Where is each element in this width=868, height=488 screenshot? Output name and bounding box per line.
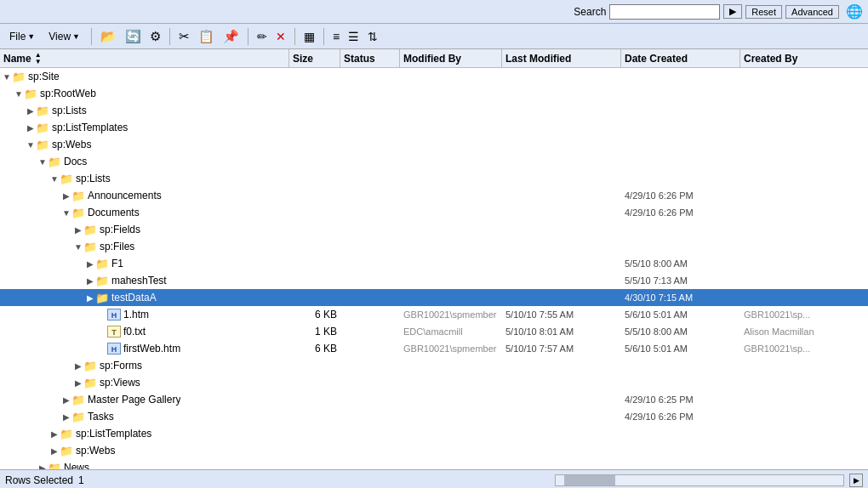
tree-toggle[interactable]: ▼ — [49, 174, 60, 184]
tree-toggle[interactable]: ▼ — [73, 242, 83, 252]
tree-toggle[interactable]: ▶ — [85, 276, 95, 286]
search-go-button[interactable]: ▶ — [723, 4, 742, 19]
tree-toggle[interactable]: ▶ — [73, 378, 83, 388]
col-header-datecreated[interactable]: Date Created — [621, 49, 740, 67]
tree-area: ▼ 📁 sp:Site ▼ 📁 sp:RootWeb ▶ 📁 sp:Lists — [0, 68, 868, 469]
settings-button[interactable]: ⚙ — [146, 26, 164, 47]
view-menu[interactable]: View ▼ — [43, 28, 86, 45]
tree-toggle[interactable]: ▼ — [26, 140, 36, 150]
delete-button[interactable]: ✕ — [272, 27, 289, 46]
tree-item-label: sp:Forms — [100, 360, 142, 372]
align-center-button[interactable]: ☰ — [345, 27, 363, 46]
tree-row[interactable]: T f0.txt 1 KB EDC\amacmill 5/10/10 8:01 … — [0, 323, 868, 340]
file-txt-icon: T — [107, 326, 121, 338]
tree-toggle[interactable]: ▶ — [37, 463, 48, 470]
tree-row[interactable]: ▶ 📁 F1 5/5/10 8:00 AM — [0, 255, 868, 272]
tree-row[interactable]: ▶ 📁 sp:Webs — [0, 442, 868, 459]
tree-toggle[interactable]: ▶ — [85, 293, 95, 303]
tree-cell-size: 6 KB — [289, 343, 340, 355]
align-left-button[interactable]: ≡ — [329, 27, 343, 46]
folder-icon: 📁 — [83, 224, 97, 236]
tree-toggle[interactable]: ▼ — [14, 89, 24, 99]
folder-icon: 📁 — [36, 105, 49, 117]
tree-item-label: sp:Webs — [76, 445, 115, 457]
folder-icon: 📁 — [71, 207, 85, 219]
col-header-lastmod[interactable]: Last Modified — [502, 49, 621, 67]
tree-cell-size: 6 KB — [289, 309, 340, 321]
tree-row[interactable]: ▶ 📁 sp:ListTemplates — [0, 119, 868, 136]
search-label: Search — [574, 6, 606, 18]
tree-row[interactable]: H 1.htm 6 KB GBR10021\spmember 5/10/10 7… — [0, 306, 868, 323]
search-reset-button[interactable]: Reset — [745, 5, 782, 19]
scroll-right-button[interactable]: ▶ — [849, 474, 863, 487]
tree-row[interactable]: ▶ 📁 sp:ListTemplates — [0, 425, 868, 442]
col-header-status[interactable]: Status — [340, 49, 400, 67]
tree-toggle[interactable]: ▶ — [26, 106, 36, 116]
grid-button[interactable]: ▦ — [300, 27, 318, 46]
tree-cell-datecreated: 4/29/10 6:26 PM — [621, 190, 740, 201]
tree-row[interactable]: ▶ 📁 sp:Forms — [0, 357, 868, 374]
name-sort-icon: ▲▼ — [35, 52, 42, 65]
tree-row[interactable]: ▼ 📁 Docs — [0, 153, 868, 170]
tree-item-label: Master Page Gallery — [88, 394, 180, 406]
open-button[interactable]: 📂 — [97, 26, 120, 47]
tree-row[interactable]: ▼ 📁 sp:Site — [0, 68, 868, 85]
col-header-modby[interactable]: Modified By — [400, 49, 502, 67]
tree-toggle[interactable]: ▶ — [73, 361, 83, 371]
search-input[interactable] — [609, 4, 720, 20]
tree-cell-lastmod: 5/10/10 7:57 AM — [502, 343, 621, 354]
tree-toggle[interactable]: ▼ — [61, 208, 71, 218]
sort-button[interactable]: ⇅ — [364, 27, 381, 46]
tree-toggle[interactable]: ▶ — [61, 412, 71, 422]
tree-row[interactable]: ▼ 📁 Documents 4/29/10 6:26 PM — [0, 204, 868, 221]
folder-icon: 📁 — [83, 241, 97, 253]
refresh-button[interactable]: 🔄 — [122, 26, 145, 47]
view-menu-label: View — [49, 31, 71, 43]
help-icon[interactable]: 🌐 — [846, 3, 863, 20]
tree-row[interactable]: ▶ 📁 Tasks 4/29/10 6:26 PM — [0, 408, 868, 425]
folder-icon: 📁 — [71, 394, 85, 406]
file-menu[interactable]: File ▼ — [3, 28, 41, 45]
tree-row[interactable]: H firstWeb.htm 6 KB GBR10021\spmember 5/… — [0, 340, 868, 357]
folder-icon: 📁 — [71, 190, 85, 202]
tree-toggle[interactable]: ▶ — [61, 191, 71, 201]
tree-cell-name: ▼ 📁 sp:RootWeb — [0, 88, 289, 100]
tree-row[interactable]: ▶ 📁 testDataA 4/30/10 7:15 AM — [0, 289, 868, 306]
tree-row[interactable]: ▶ 📁 sp:Views — [0, 374, 868, 391]
tree-item-label: sp:Views — [100, 377, 140, 389]
tree-toggle[interactable]: ▶ — [85, 259, 95, 269]
folder-icon: 📁 — [48, 156, 61, 168]
tree-row[interactable]: ▼ 📁 sp:Files — [0, 238, 868, 255]
tree-row[interactable]: ▶ 📁 sp:Fields — [0, 221, 868, 238]
tree-row[interactable]: ▶ 📁 News — [0, 459, 868, 469]
paste-button[interactable]: 📌 — [220, 26, 243, 47]
folder-icon: 📁 — [95, 258, 109, 270]
col-header-name[interactable]: Name ▲▼ — [0, 49, 289, 67]
tree-toggle[interactable]: ▶ — [73, 225, 83, 235]
search-advanced-button[interactable]: Advanced — [785, 5, 839, 19]
tree-row[interactable]: ▶ 📁 Master Page Gallery 4/29/10 6:25 PM — [0, 391, 868, 408]
cut-button[interactable]: ✂ — [175, 26, 193, 47]
tree-toggle[interactable]: ▶ — [49, 429, 60, 439]
folder-icon: 📁 — [24, 88, 37, 100]
edit-button[interactable]: ✏ — [254, 27, 271, 46]
tree-toggle[interactable]: ▼ — [2, 72, 12, 82]
tree-toggle[interactable]: ▶ — [49, 446, 60, 456]
tree-item-label: Tasks — [88, 411, 114, 423]
tree-toggle[interactable]: ▶ — [26, 123, 36, 133]
tree-item-label: sp:Fields — [100, 224, 140, 235]
col-header-size[interactable]: Size — [289, 49, 340, 67]
tree-toggle[interactable]: ▶ — [61, 395, 71, 405]
tree-toggle[interactable]: ▼ — [37, 157, 48, 167]
tree-row[interactable]: ▶ 📁 maheshTest 5/5/10 7:13 AM — [0, 272, 868, 289]
horizontal-scrollbar[interactable] — [555, 474, 844, 486]
tree-cell-name: ▶ 📁 sp:Forms — [0, 360, 289, 372]
col-header-createdby[interactable]: Created By — [740, 49, 868, 67]
copy-button[interactable]: 📋 — [195, 26, 218, 47]
tree-row[interactable]: ▼ 📁 sp:Lists — [0, 170, 868, 187]
tree-cell-modby: GBR10021\spmember — [400, 309, 502, 320]
tree-row[interactable]: ▼ 📁 sp:RootWeb — [0, 85, 868, 102]
tree-row[interactable]: ▶ 📁 Announcements 4/29/10 6:26 PM — [0, 187, 868, 204]
tree-row[interactable]: ▼ 📁 sp:Webs — [0, 136, 868, 153]
tree-row[interactable]: ▶ 📁 sp:Lists — [0, 102, 868, 119]
